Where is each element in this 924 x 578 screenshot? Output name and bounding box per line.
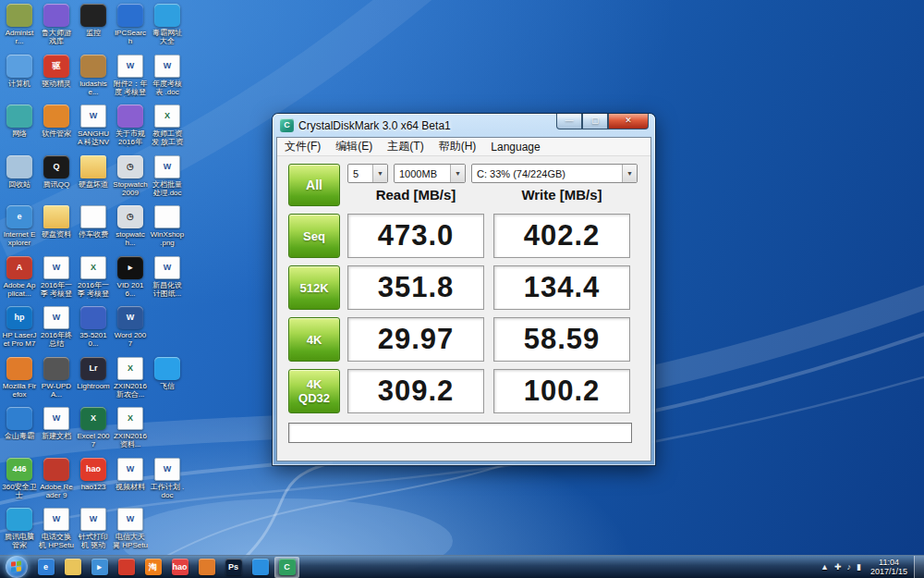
desktop-icon-excel-doc[interactable]: XZXIN2016 新农合... [113,357,148,399]
taskbar-icon--[interactable]: 淘 [140,557,165,578]
desktop-icon-word-doc[interactable]: WSANGHUA 科达NVR... [76,105,111,147]
maximize-button[interactable]: ▢ [582,114,608,129]
desktop-icon-folder[interactable]: 硬盘资料 [39,205,74,239]
desktop-icon-hp-printer[interactable]: hpHP LaserJet Pro M70... [2,306,37,349]
taskbar-icon-hao123[interactable]: hao [167,557,192,578]
desktop-icon-qq[interactable]: Q腾讯QQ [39,155,74,189]
desktop-icon-fetion[interactable]: 飞信 [150,357,185,390]
desktop-icon-lightroom[interactable]: LrLightroom [76,357,111,390]
desktop-icon-excel-doc[interactable]: X教师工资发 放工资表... [150,105,185,147]
taskbar-icon--[interactable] [60,557,85,578]
desktop-icon-word-doc[interactable]: W视频材料 [113,458,148,491]
desktop-icon-word[interactable]: WWord 2007 [113,306,148,348]
menu-item-4[interactable]: Language [483,139,547,155]
test-button-seq[interactable]: Seq [288,214,340,258]
desktop-icon-pc-manager[interactable]: 腾讯电脑管家 [2,508,37,549]
monitor-app-icon [80,4,106,27]
taskbar-icon-crystaldiskmark[interactable]: C [274,557,299,578]
network-icon[interactable]: ▮ [857,562,861,572]
desktop-icon-label: Administr... [2,29,37,45]
desktop-icon-driver-genius[interactable]: 驱驱动精灵 [39,55,74,88]
taskbar-icon--[interactable] [248,557,273,578]
taskbar-icon-internet-explorer[interactable]: e [33,557,58,578]
desktop-icon-network[interactable]: 网络 [2,105,37,138]
taskbar-icon-photoshop[interactable]: Ps [221,557,246,578]
desktop-icon-internet-explorer[interactable]: eInternet Explorer [2,205,37,247]
desktop-icon-stopwatch[interactable]: ◷Stopwatch 2009 [113,155,148,197]
desktop-icon-word-doc[interactable]: W工作计划 .doc [150,458,185,499]
drive-dropdown[interactable]: C: 33% (74/224GB) ▼ [471,164,638,183]
all-test-button[interactable]: All [288,164,340,206]
comment-input[interactable] [288,423,632,443]
desktop-icon-hao123[interactable]: haohao123 [76,458,111,491]
desktop-icon-ludashi-setup[interactable]: ludashise... [76,55,111,96]
desktop-icon-word-doc[interactable]: W2016年一季 考核登记... [39,256,74,299]
show-hidden-icons[interactable]: ▲ [821,562,829,572]
desktop-icon-excel-doc[interactable]: XZXIN2016 资料... [113,407,148,449]
desktop-icon-adobe-reader[interactable]: Adobe Reader 9 [39,458,74,499]
show-desktop-button[interactable] [914,556,924,578]
desktop-icon-label: Lightroom [76,382,111,390]
app-icon [252,559,269,575]
desktop-icon-word-doc[interactable]: W电信大天翼 HPSetup... [113,508,148,550]
desktop-icon-label: Word 2007 [113,331,148,348]
menu-item-2[interactable]: 主题(T) [380,137,431,156]
stopwatch-icon: ◷ [117,155,143,178]
menu-item-3[interactable]: 帮助(H) [432,137,484,156]
desktop-icon-word-doc[interactable]: W新昌化设 计图纸... [150,256,185,298]
taskbar-icon-firefox[interactable] [194,557,219,578]
desktop-icon-word-doc[interactable]: W文档批量 处理.doc [150,155,185,197]
desktop-icon-stopwatch[interactable]: ◷stopwatch... [113,205,148,247]
desktop-icon-firefox[interactable]: Mozilla Firefox [2,357,37,399]
test-size-dropdown[interactable]: 1000MB ▼ [394,164,466,183]
desktop-icon-pw-update[interactable]: PW-UPDA... [39,357,74,399]
benchmark-row-4k-qd32: 4K QD32309.2100.2 [288,369,639,413]
taskbar-icon--[interactable] [114,557,139,578]
start-button[interactable] [6,556,28,578]
internet-explorer-icon: e [6,205,32,228]
desktop-icon-duba-nav[interactable]: 毒霸网址大全 [150,4,185,45]
desktop-icon-recycle-bin[interactable]: 回收站 [2,155,37,189]
test-button-4k[interactable]: 4K [288,317,340,362]
desktop-icon-archive-file[interactable]: 关于市规 2016年度... [113,105,148,147]
desktop-icon-antivirus[interactable]: 金山毒霸 [2,407,37,440]
desktop-icon-adobe-app[interactable]: AAdobe Applicat... [2,256,37,298]
desktop-icon-ipcsearch[interactable]: IPCSearch [113,4,148,45]
minimize-button[interactable]: — [556,114,582,129]
desktop-icon-word-doc[interactable]: W新建文档 [39,407,74,440]
menu-item-0[interactable]: 文件(F) [277,137,328,156]
test-button-4k-qd32[interactable]: 4K QD32 [288,369,340,413]
desktop-icon-excel-doc[interactable]: X2016年一季 考核登记表 [76,256,111,299]
desktop-icon-excel[interactable]: XExcel 2007 [76,407,111,449]
desktop-icon-word-doc[interactable]: W附件2：年度 考核登记表 [113,55,148,97]
menu-item-1[interactable]: 编辑(E) [328,137,380,156]
desktop-icon-app-file[interactable]: 35-52010... [76,306,111,348]
word-doc-icon: W [154,155,180,178]
desktop-icon-label: 电信大天翼 HPSetup... [113,533,148,550]
desktop-icon-safe-guard[interactable]: 446360安全卫士 [2,458,37,499]
desktop-icon-monitor-app[interactable]: 监控 [76,4,111,37]
desktop-icon-word-doc[interactable]: W年度考核表 .doc [150,55,185,96]
desktop-icon-word-doc[interactable]: W2016年终 总结 [39,306,74,348]
test-count-dropdown[interactable]: 5 ▼ [347,164,388,183]
desktop-icon-software-manager[interactable]: 软件管家 [39,105,74,138]
volume-icon[interactable]: ♪ [847,562,852,572]
desktop-icon-video-file[interactable]: ▸VID 2016... [113,256,148,298]
desktop-icon-word-doc[interactable]: W电话交换机 HPSetup... [39,508,74,550]
desktop-icon-computer[interactable]: 计算机 [2,55,37,88]
desktop-icon-label: 新昌化设 计图纸... [150,281,185,298]
test-button-512k[interactable]: 512K [288,265,340,310]
desktop-icon-image-file[interactable]: WinXshop .png [150,205,185,247]
close-button[interactable]: ✕ [608,114,649,129]
desktop-icon-game-center[interactable]: 鲁大师游戏库 [39,4,74,45]
titlebar[interactable]: C CrystalDiskMark 3.0 x64 Beta1 — ▢ ✕ [273,114,655,137]
desktop-icon-doc-file[interactable]: 停车收费 [76,205,111,239]
write-header: Write [MB/s] [493,187,630,203]
crystaldiskmark-window[interactable]: C CrystalDiskMark 3.0 x64 Beta1 — ▢ ✕ 文件… [273,114,655,465]
desktop-icon-word-doc[interactable]: W针式打印机 驱动 [76,508,111,549]
desktop-icon-user-folder[interactable]: Administr... [2,4,37,45]
taskbar-icon-media-player[interactable]: ▸ [87,557,112,578]
security-icon[interactable]: ✚ [834,562,842,572]
desktop-icon-folder[interactable]: 硬盘坏道 [76,155,111,189]
clock[interactable]: 11:04 2017/1/15 [870,558,907,576]
